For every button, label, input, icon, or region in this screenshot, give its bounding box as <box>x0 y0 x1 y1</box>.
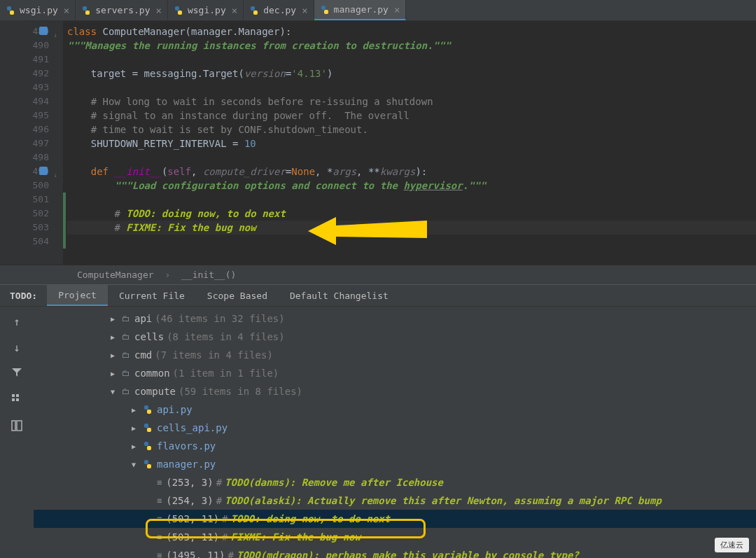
gutter[interactable]: 489↓ 490 491 492 493 494 495 496 497 498… <box>0 21 63 265</box>
tree-file[interactable]: ▶cells_api.py <box>34 419 756 437</box>
line-number[interactable]: 500 <box>0 179 49 193</box>
arrow-up-icon[interactable]: ↑ <box>13 315 20 328</box>
python-file-icon <box>143 459 153 469</box>
breadcrumb-item[interactable]: __init__() <box>181 270 236 280</box>
expand-icon[interactable]: ▶ <box>111 351 120 359</box>
tree-file[interactable]: ▼manager.py <box>34 455 756 473</box>
python-file-icon <box>143 423 153 433</box>
line-number[interactable]: 504 <box>0 235 49 249</box>
code-editor[interactable]: 489↓ 490 491 492 493 494 495 496 497 498… <box>0 21 756 265</box>
python-file-icon <box>143 405 153 414</box>
todo-item[interactable]: ≡(253, 3)#TODO(danms): Remove me after I… <box>34 473 756 491</box>
list-item-icon: ≡ <box>157 532 162 542</box>
tab-manager[interactable]: manager.py × <box>314 0 407 20</box>
code-line: def __init__(self, compute_driver=None, … <box>67 165 756 179</box>
line-number[interactable]: 501 <box>0 193 49 207</box>
code-line <box>67 81 756 95</box>
line-number[interactable]: 503 <box>0 221 49 235</box>
tab-wsgi-1[interactable]: wsgi.py × <box>0 0 76 20</box>
svg-rect-17 <box>147 410 151 414</box>
expand-icon[interactable]: ▶ <box>111 333 120 341</box>
layout-icon[interactable] <box>11 420 22 434</box>
editor-tabs: wsgi.py × servers.py × wsgi.py × dec.py … <box>0 0 756 21</box>
todo-item[interactable]: ≡(1495, 11)#TODO(mdragon): perhaps make … <box>34 546 756 558</box>
expand-icon[interactable]: ▶ <box>132 406 141 414</box>
code-content[interactable]: class ComputeManager(manager.Manager): "… <box>63 21 756 265</box>
python-file-icon <box>249 6 259 15</box>
code-line: SHUTDOWN_RETRY_INTERVAL = 10 <box>67 137 756 151</box>
todo-item[interactable]: ≡(254, 3)#TODO(alaski): Actually remove … <box>34 491 756 510</box>
svg-rect-11 <box>12 398 15 401</box>
line-number[interactable]: 495 <box>0 109 49 123</box>
collapse-icon[interactable]: ▼ <box>132 461 141 468</box>
python-file-icon <box>6 6 15 15</box>
todo-item[interactable]: ≡(502, 11)#TODO: doing now, to do next <box>34 510 756 528</box>
tree-folder[interactable]: ▶🗀api(46 items in 32 files) <box>34 309 756 328</box>
scope-default-changelist[interactable]: Default Changelist <box>279 285 400 306</box>
override-marker-icon[interactable] <box>39 167 48 175</box>
collapse-icon[interactable]: ▼ <box>111 388 120 396</box>
code-line: # FIXME: Fix the bug now <box>67 221 756 235</box>
line-number[interactable]: 491 <box>0 53 49 67</box>
close-icon[interactable]: × <box>156 5 162 16</box>
tree-folder[interactable]: ▼🗀compute(59 items in 8 files) <box>34 382 756 400</box>
expand-icon[interactable]: ▶ <box>111 315 120 323</box>
code-line: # time to wait is set by CONF.shutdown_t… <box>67 123 756 137</box>
code-line: target = messaging.Target(version='4.13'… <box>67 67 756 81</box>
filter-icon[interactable] <box>11 367 22 381</box>
tree-file[interactable]: ▶api.py <box>34 400 756 419</box>
list-item-icon: ≡ <box>157 477 162 487</box>
tree-folder[interactable]: ▶🗀common(1 item in 1 file) <box>34 364 756 382</box>
arrow-down-icon[interactable]: ↓ <box>13 341 20 354</box>
tab-wsgi-2[interactable]: wsgi.py × <box>168 0 244 20</box>
line-number[interactable]: 502 <box>0 207 49 221</box>
todo-toolbar: ↑ ↓ <box>0 307 34 558</box>
vcs-change-indicator[interactable] <box>63 193 66 249</box>
line-number[interactable]: 499↓ <box>0 165 49 179</box>
breadcrumb-item[interactable]: ComputeManager <box>77 270 154 280</box>
svg-rect-12 <box>16 394 19 397</box>
tab-servers[interactable]: servers.py × <box>76 0 168 20</box>
python-file-icon <box>81 6 91 15</box>
expand-icon[interactable]: ▶ <box>132 424 141 432</box>
close-icon[interactable]: × <box>302 5 307 16</box>
code-line: """Manages the running instances from cr… <box>67 39 756 53</box>
close-icon[interactable]: × <box>394 4 400 15</box>
scope-project[interactable]: Project <box>47 285 108 306</box>
line-number[interactable]: 498 <box>0 151 49 165</box>
close-icon[interactable]: × <box>64 5 69 16</box>
line-number[interactable]: 496 <box>0 123 49 137</box>
scope-based[interactable]: Scope Based <box>196 285 279 306</box>
expand-icon[interactable]: ▶ <box>111 370 120 377</box>
line-number[interactable]: 489↓ <box>0 25 49 39</box>
todo-item[interactable]: ≡(503, 11)#FIXME: Fix the bug now <box>34 528 756 546</box>
svg-rect-7 <box>253 11 258 15</box>
expand-icon[interactable]: ▶ <box>132 442 141 450</box>
line-number[interactable]: 493 <box>0 81 49 95</box>
svg-rect-22 <box>144 460 148 464</box>
group-by-icon[interactable] <box>11 393 22 407</box>
tab-dec[interactable]: dec.py × <box>244 0 314 20</box>
tab-label: dec.py <box>263 5 296 15</box>
line-number[interactable]: 492 <box>0 67 49 81</box>
tab-label: wsgi.py <box>20 5 58 15</box>
tree-file[interactable]: ▶flavors.py <box>34 437 756 455</box>
tree-folder[interactable]: ▶🗀cmd(7 items in 4 files) <box>34 346 756 364</box>
line-number[interactable]: 494 <box>0 95 49 109</box>
scope-current-file[interactable]: Current File <box>108 285 196 306</box>
python-file-icon <box>320 5 330 15</box>
todo-tree[interactable]: ▶🗀api(46 items in 32 files) ▶🗀cells(8 it… <box>34 307 756 558</box>
tab-label: manager.py <box>334 4 388 15</box>
svg-rect-15 <box>17 421 22 431</box>
override-marker-icon[interactable] <box>39 27 48 35</box>
svg-rect-21 <box>147 446 151 450</box>
line-number[interactable]: 490 <box>0 39 49 53</box>
breadcrumb[interactable]: ComputeManager › __init__() <box>0 265 756 284</box>
code-line: # signal to an instance during power off… <box>67 109 756 123</box>
line-number[interactable]: 497 <box>0 137 49 151</box>
code-line <box>67 151 756 165</box>
list-item-icon: ≡ <box>157 550 162 558</box>
close-icon[interactable]: × <box>232 5 237 16</box>
tree-folder[interactable]: ▶🗀cells(8 items in 4 files) <box>34 328 756 346</box>
code-line <box>67 193 756 207</box>
